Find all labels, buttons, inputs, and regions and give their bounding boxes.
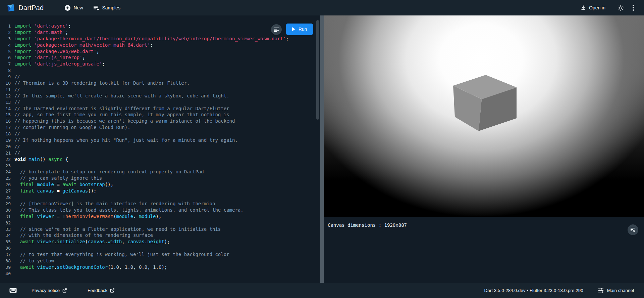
code-line[interactable]: 17// compiler running on Google Cloud Ru…: [0, 124, 320, 131]
open-in-button[interactable]: Open in: [581, 5, 605, 10]
code-line[interactable]: 23: [0, 163, 320, 169]
line-number: 27: [0, 188, 11, 194]
code-line[interactable]: 7import 'dart:js_interop_unsafe';: [0, 61, 320, 67]
playlist-add-icon: [93, 5, 99, 10]
cube-3d: [324, 15, 644, 217]
format-button[interactable]: [271, 24, 282, 35]
line-number: 26: [0, 181, 11, 188]
line-number: 12: [0, 93, 11, 99]
code-line[interactable]: 3import 'package:thermion_dart/thermion_…: [0, 36, 320, 42]
line-number: 17: [0, 124, 11, 131]
dartpad-logo-icon: [6, 3, 15, 12]
code-line[interactable]: 37 // to test that everything is working…: [0, 251, 320, 258]
code-line[interactable]: 29 // [ThermionViewer] is the main inter…: [0, 201, 320, 207]
line-number: 5: [0, 48, 11, 55]
play-icon: [292, 27, 295, 31]
line-number: 40: [0, 270, 11, 277]
line-number: 13: [0, 99, 11, 105]
feedback-link[interactable]: Feedback: [88, 288, 114, 293]
render-canvas[interactable]: [324, 15, 644, 217]
line-number: 9: [0, 74, 11, 80]
code-line[interactable]: 8: [0, 67, 320, 74]
overflow-menu-button[interactable]: [633, 5, 634, 11]
line-number: 3: [0, 36, 11, 42]
new-button[interactable]: New: [65, 5, 83, 11]
code-line[interactable]: 14// The DartPad environment is slightly…: [0, 105, 320, 112]
line-number: 33: [0, 226, 11, 232]
code-line[interactable]: 5import 'package:web/web.dart';: [0, 48, 320, 55]
status-bar: Privacy notice Feedback Dart 3.5.0-284.0…: [0, 283, 644, 298]
line-number: 6: [0, 54, 11, 61]
code-line[interactable]: 40: [0, 270, 320, 277]
clear-console-button[interactable]: [628, 224, 638, 235]
line-number: 22: [0, 156, 11, 163]
code-line[interactable]: 20//: [0, 143, 320, 150]
code-editor[interactable]: 1import 'dart:async';2import 'dart:math'…: [0, 15, 320, 283]
code-line[interactable]: 35 await viewer.initialize(canvas.width,…: [0, 239, 320, 245]
editor-scrollbar[interactable]: [316, 20, 319, 120]
code-line[interactable]: 36: [0, 245, 320, 251]
line-number: 4: [0, 42, 11, 48]
line-number: 25: [0, 175, 11, 181]
line-number: 38: [0, 258, 11, 264]
code-line[interactable]: 13//: [0, 99, 320, 105]
code-line[interactable]: 16// happening (this is because we aren'…: [0, 118, 320, 124]
code-line[interactable]: 10// Thermion is a 3D rendering toolkit …: [0, 80, 320, 86]
line-number: 37: [0, 251, 11, 258]
line-number: 8: [0, 67, 11, 74]
keyboard-icon: [9, 288, 17, 293]
line-number: 2: [0, 29, 11, 36]
line-number: 20: [0, 143, 11, 150]
code-line[interactable]: 26 final module = await bootstrap();: [0, 181, 320, 188]
line-number: 32: [0, 220, 11, 226]
clear-console-icon: [630, 227, 636, 232]
line-number: 10: [0, 80, 11, 86]
code-line[interactable]: 21//: [0, 150, 320, 156]
code-line[interactable]: 30 // This class lets you load assets, l…: [0, 207, 320, 213]
preview-pane: Canvas dimensions : 644x298: [324, 15, 644, 283]
code-lines[interactable]: 1import 'dart:async';2import 'dart:math'…: [0, 15, 320, 277]
code-line[interactable]: 15// app, so the first time you run this…: [0, 112, 320, 118]
code-line[interactable]: 33 // since we're not in a Flutter appli…: [0, 226, 320, 232]
external-link-icon: [110, 288, 114, 293]
privacy-notice-link[interactable]: Privacy notice: [32, 288, 67, 293]
line-number: 39: [0, 264, 11, 270]
line-number: 7: [0, 61, 11, 67]
code-line[interactable]: 18//: [0, 131, 320, 137]
code-line[interactable]: 25 // you can safely ignore this: [0, 175, 320, 181]
code-line[interactable]: 19// If nothing happens when you hit "Ru…: [0, 137, 320, 143]
code-line[interactable]: 27 final canvas = getCanvas();: [0, 188, 320, 194]
external-link-icon: [62, 288, 67, 293]
line-number: 35: [0, 239, 11, 245]
keyboard-shortcuts-button[interactable]: [9, 288, 17, 293]
code-line[interactable]: 31 final viewer = ThermionViewerWasm(mod…: [0, 213, 320, 220]
version-info: Dart 3.5.0-284.0.dev • Flutter 3.23.0-13…: [484, 288, 583, 293]
code-line[interactable]: 28: [0, 194, 320, 201]
samples-button[interactable]: Samples: [93, 5, 120, 10]
code-line[interactable]: 32: [0, 220, 320, 226]
code-line[interactable]: 38 // to yellow: [0, 258, 320, 264]
console-panel: Canvas dimensions : 644x298: [324, 217, 644, 283]
code-line[interactable]: 9//: [0, 74, 320, 80]
format-align-icon: [274, 27, 279, 32]
line-number: 11: [0, 86, 11, 93]
line-number: 24: [0, 169, 11, 175]
channel-selector[interactable]: Main channel: [598, 288, 634, 293]
code-line[interactable]: 4import 'package:vector_math/vector_math…: [0, 42, 320, 48]
code-line[interactable]: 11//: [0, 86, 320, 93]
theme-toggle-button[interactable]: [618, 5, 624, 11]
console-output: Canvas dimensions : 644x298: [328, 222, 644, 228]
panel-splitter[interactable]: [320, 15, 324, 283]
line-number: 28: [0, 194, 11, 201]
code-line[interactable]: 24 // boilerplate to setup our rendering…: [0, 169, 320, 175]
code-line[interactable]: 22void main() async {: [0, 156, 320, 163]
add-circle-icon: [65, 5, 70, 11]
code-line[interactable]: 34 // with the dimensions of the renderi…: [0, 232, 320, 239]
code-line[interactable]: 6import 'dart:js_interop';: [0, 54, 320, 61]
line-number: 15: [0, 112, 11, 118]
line-number: 14: [0, 105, 11, 112]
code-line[interactable]: 39 await viewer.setBackgroundColor(1.0, …: [0, 264, 320, 270]
run-button[interactable]: Run: [286, 24, 313, 35]
kebab-menu-icon: [633, 5, 634, 11]
code-line[interactable]: 12// In this sample, we'll create a basi…: [0, 93, 320, 99]
